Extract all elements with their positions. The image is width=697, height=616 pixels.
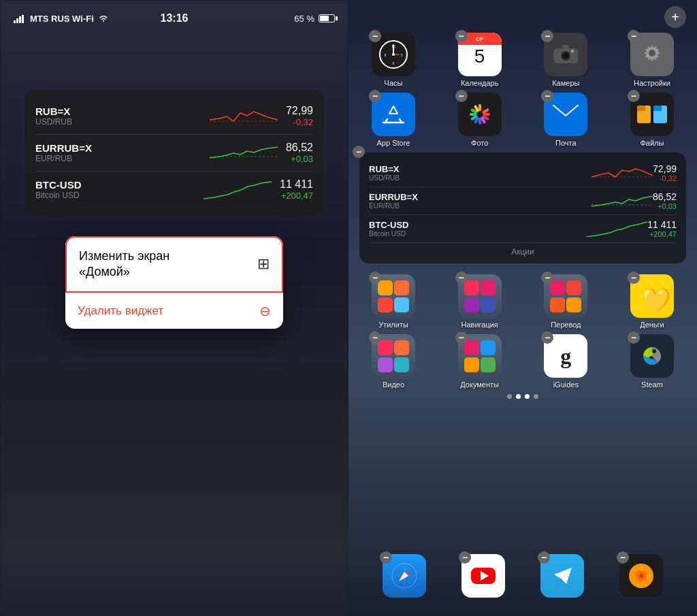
app-clock[interactable]: − 12 3 6 9 Часы [359,33,427,87]
svg-rect-0 [14,20,16,23]
remove-stocks-widget[interactable]: − [353,146,365,158]
stock-info-2: EURRUB=X EUR/RUB [35,142,201,163]
app-translate[interactable]: − Перевод [532,274,600,329]
app-row-1: − 12 3 6 9 Часы [359,33,686,87]
stocks-widget-title: Акции [369,247,677,257]
cal-day: 5 [474,45,485,68]
svg-line-30 [472,110,476,112]
app-steam[interactable]: − Steam [618,334,686,389]
app-settings[interactable]: − Настройки [618,33,686,87]
stock-values-2: 86,52 +0,03 [286,142,313,164]
stock-chart-2 [210,143,278,163]
youtube-icon-wrapper: − [461,554,505,598]
stock-right-chart-3 [586,221,647,237]
context-menu[interactable]: Изменить экран«Домой» ⊞ Удалить виджет ⊖ [65,236,283,329]
utilities-label: Утилиты [378,321,408,329]
app-money[interactable]: − 💛 Деньги [618,274,686,329]
page-dots [359,394,686,399]
remove-photos[interactable]: − [455,90,468,102]
app-mail[interactable]: − Почта [532,93,600,147]
settings-icon-wrapper: − [630,33,674,76]
remove-safari[interactable]: − [380,551,392,564]
remove-settings[interactable]: − [628,30,640,42]
photos-label: Фото [471,139,488,147]
battery-fill [320,16,329,21]
app-row-3: − Утилиты − [359,274,686,329]
clock-icon-wrapper: − 12 3 6 9 [372,33,415,76]
stock-price-1: 72,99 [286,105,313,117]
app-navigation[interactable]: − Навигация [446,274,514,329]
stock-change-3: +200,47 [280,191,313,201]
app-files[interactable]: − Файлы [618,93,686,147]
carrier-text: MTS RUS Wi-Fi [30,14,94,24]
stock-right-name-1: USD/RUB [369,174,591,182]
dock-telegram[interactable]: − [528,554,596,600]
right-panel: + − 12 3 6 9 [348,0,697,616]
remove-navigation[interactable]: − [455,272,468,284]
app-camera[interactable]: − Камеры [532,33,600,87]
add-button[interactable]: + [664,6,686,28]
remove-telegram[interactable]: − [538,551,550,564]
remove-utilities[interactable]: − [369,272,381,284]
app-appstore[interactable]: − App Store [359,93,427,147]
remove-documents[interactable]: − [455,331,468,344]
remove-music[interactable]: − [617,551,629,564]
context-edit-homescreen[interactable]: Изменить экран«Домой» ⊞ [65,236,283,293]
stock-change-2: +0,03 [286,154,313,164]
dock-row: − [359,554,686,600]
app-calendar[interactable]: − СР 5 Календарь [446,33,514,87]
remove-youtube[interactable]: − [459,551,471,564]
remove-appstore[interactable]: − [369,90,381,102]
remove-calendar[interactable]: − [455,30,468,42]
dock-youtube[interactable]: − [449,554,517,600]
svg-rect-3 [22,15,24,23]
svg-line-32 [478,106,482,110]
translate-icon-wrapper: − [544,274,587,318]
stock-right-row-3: BTC-USD Bitcoin USD 11 411 +200,47 [369,215,677,243]
svg-line-26 [478,119,482,124]
app-row-2: − App Store − [359,93,686,147]
remove-clock[interactable]: − [369,30,381,42]
page-dot-4 [534,394,538,399]
video-label: Видео [383,380,404,389]
steam-label: Steam [641,380,663,389]
app-iguides[interactable]: − g iGuides [532,334,600,389]
context-delete-widget[interactable]: Удалить виджет ⊖ [65,293,283,329]
carrier-info: MTS RUS Wi-Fi [14,14,109,24]
dock-safari[interactable]: − [370,554,438,600]
remove-steam[interactable]: − [628,331,640,344]
stock-price-3: 11 411 [280,178,313,191]
stock-right-ticker-2: EURRUB=X [369,192,591,202]
battery-info: 65 % [294,14,335,24]
dock-music[interactable]: − [607,554,675,600]
stock-name-3: Bitcoin USD [35,191,195,200]
files-label: Файлы [640,139,664,147]
remove-files[interactable]: − [628,90,640,102]
delete-icon: ⊖ [259,303,271,319]
page-dot-1 [507,394,512,399]
mail-icon-wrapper: − [544,93,587,136]
homescreen-icon: ⊞ [257,255,270,273]
camera-icon-wrapper: − [544,33,587,76]
stocks-widget-left: RUB=X USD/RUB 72,99 -0,32 EURRUB=X EUR/R… [25,90,324,216]
app-video[interactable]: − Видео [359,334,427,389]
svg-point-44 [403,574,406,577]
stock-values-1: 72,99 -0,32 [286,105,313,127]
stock-name-1: USD/RUB [35,117,201,127]
app-photos[interactable]: − [446,93,514,147]
battery-percent: 65 % [294,14,314,24]
app-utilities[interactable]: − Утилиты [359,274,427,329]
translate-label: Перевод [551,321,581,329]
left-panel: MTS RUS Wi-Fi 13:16 65 % RUB=X [0,0,348,616]
stocks-widget-right-wrapper: − RUB=X USD/RUB 72,99 -0,32 [359,152,686,269]
time-display: 13:16 [161,12,189,25]
stock-right-chart-2 [591,193,653,209]
app-documents[interactable]: − Документы [446,334,514,389]
stock-info-1: RUB=X USD/RUB [35,106,201,127]
money-label: Деньги [640,321,664,329]
stock-right-name-3: Bitcoin USD [369,230,586,238]
remove-video[interactable]: − [369,331,381,344]
iguides-icon-wrapper: − g [544,334,587,378]
video-icon-wrapper: − [372,334,415,378]
remove-money[interactable]: − [628,272,640,284]
